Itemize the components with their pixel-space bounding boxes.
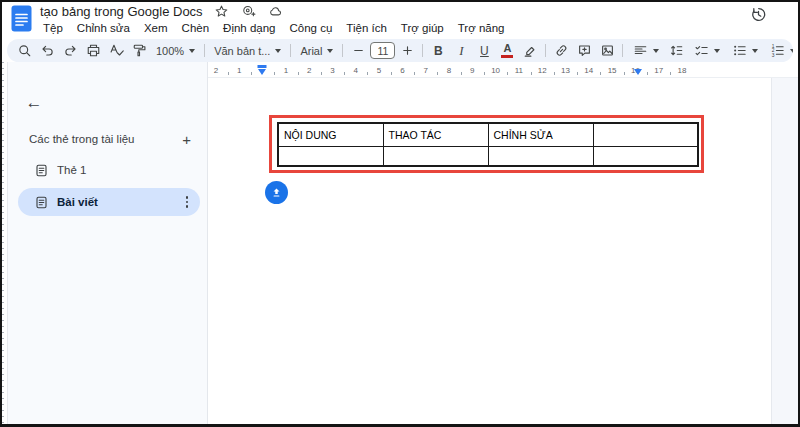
styles-select[interactable]: Văn bản t... [209, 40, 286, 61]
cloud-saved-icon[interactable] [268, 3, 284, 19]
toolbar: 100%Văn bản t...Arial11BIUA123 [7, 39, 793, 62]
ruler-tick [298, 72, 299, 75]
sidebar-tab-item[interactable]: Thẻ 1 [18, 156, 200, 184]
line-spacing-button[interactable] [665, 40, 687, 61]
font-size-increase-icon [400, 43, 415, 58]
spellcheck-icon [109, 43, 124, 58]
ruler-unit-label: 3 [330, 67, 334, 75]
table-cell[interactable] [593, 146, 698, 166]
toolbar-separator [290, 44, 291, 57]
table-body-row [278, 146, 698, 166]
vertical-ruler[interactable] [0, 62, 8, 427]
sidebar-header: Các thẻ trong tài liệu + [29, 130, 193, 148]
main-area: ← Các thẻ trong tài liệu + Thẻ 1Bài viết… [0, 62, 800, 427]
toolbar-separator [342, 44, 343, 57]
ruler-tick [391, 72, 392, 75]
zoom-select[interactable]: 100% [151, 40, 200, 61]
chevron-down-icon [653, 49, 659, 56]
menu-6[interactable]: Công cụ [283, 21, 340, 35]
menu-2[interactable]: Chỉnh sửa [70, 21, 137, 35]
first-line-indent-marker[interactable] [258, 65, 267, 68]
document-title[interactable]: tạo bảng trong Google Docs [40, 4, 203, 19]
document-tab-icon [34, 163, 49, 178]
tab-marker-button[interactable] [265, 181, 288, 204]
tab-options-icon[interactable] [184, 194, 191, 210]
ruler-unit-label: 13 [561, 67, 570, 75]
numbered-list-button[interactable]: 123 [764, 40, 793, 61]
badge-icon[interactable] [241, 3, 257, 19]
align-button[interactable] [627, 40, 664, 61]
redo-button[interactable] [59, 40, 81, 61]
table-cell[interactable] [488, 146, 593, 166]
zoom-select-value: 100% [156, 45, 184, 57]
checklist-button[interactable] [688, 40, 725, 61]
top-bar: tạo bảng trong Google Docs TệpChỉnh sửaX… [0, 0, 800, 38]
left-indent-marker[interactable] [258, 69, 266, 79]
menu-3[interactable]: Xem [137, 21, 175, 35]
bulleted-list-button[interactable] [726, 40, 763, 61]
menu-9[interactable]: Trợ năng [451, 21, 512, 35]
ruler-unit-label: 12 [538, 67, 547, 75]
tabs-sidebar: ← Các thẻ trong tài liệu + Thẻ 1Bài viết [9, 62, 207, 427]
menu-1[interactable]: Tệp [36, 21, 70, 35]
font-select[interactable]: Arial [295, 40, 338, 61]
undo-button[interactable] [36, 40, 58, 61]
checklist-icon [693, 40, 709, 61]
toolbar-separator [422, 44, 423, 57]
search-button[interactable] [13, 40, 35, 61]
highlight-color-icon [523, 43, 538, 58]
horizontal-ruler[interactable]: 21123456789101112131415161718 [208, 62, 800, 78]
table-header-cell[interactable] [593, 123, 698, 146]
numbered-list-icon: 123 [769, 40, 785, 61]
table-header-cell[interactable]: THAO TÁC [383, 123, 488, 146]
insert-image-button[interactable] [596, 40, 618, 61]
paint-format-icon [132, 43, 147, 58]
table-header-cell[interactable]: NỘI DUNG [278, 123, 383, 146]
ruler-unit-label: 7 [423, 67, 427, 75]
print-button[interactable] [82, 40, 104, 61]
chevron-down-icon [714, 49, 720, 56]
bulleted-list-icon [731, 40, 747, 61]
version-history-icon[interactable] [747, 3, 769, 25]
table-header-row: NỘI DUNGTHAO TÁCCHỈNH SỬA [278, 123, 698, 146]
bold-button[interactable]: B [427, 40, 449, 61]
ruler-unit-label: 11 [515, 67, 523, 75]
insert-link-button[interactable] [550, 40, 572, 61]
text-color-button[interactable]: A [496, 40, 518, 61]
menu-5[interactable]: Định dạng [216, 21, 282, 35]
highlight-color-button[interactable] [519, 40, 541, 61]
right-indent-marker[interactable] [634, 69, 642, 79]
menu-8[interactable]: Trợ giúp [394, 21, 451, 35]
paint-format-button[interactable] [128, 40, 150, 61]
sidebar-header-label: Các thẻ trong tài liệu [29, 133, 134, 145]
sidebar-tab-item[interactable]: Bài viết [18, 188, 200, 216]
document-title-row: tạo bảng trong Google Docs [40, 2, 284, 20]
font-size-value[interactable]: 11 [370, 42, 395, 59]
ruler-tick [437, 72, 438, 75]
back-arrow-icon[interactable]: ← [21, 90, 47, 116]
ruler-unit-label: 1 [284, 67, 288, 75]
toolbar-separator [545, 44, 546, 57]
ruler-tick [600, 72, 601, 75]
chevron-down-icon [189, 49, 195, 56]
google-docs-logo-icon[interactable] [11, 5, 32, 32]
ruler-tick [647, 72, 648, 75]
font-size-decrease-button[interactable] [347, 40, 369, 61]
document-table[interactable]: NỘI DUNGTHAO TÁCCHỈNH SỬA [277, 122, 699, 167]
add-comment-button[interactable] [573, 40, 595, 61]
table-cell[interactable] [278, 146, 383, 166]
menu-7[interactable]: Tiện ích [339, 21, 393, 35]
table-header-cell[interactable]: CHỈNH SỬA [488, 123, 593, 146]
star-icon[interactable] [214, 3, 230, 19]
italic-button[interactable]: I [450, 40, 472, 61]
font-size-increase-button[interactable] [396, 40, 418, 61]
add-tab-button[interactable]: + [180, 132, 193, 147]
add-comment-icon [577, 43, 592, 58]
spellcheck-button[interactable] [105, 40, 127, 61]
underline-button[interactable]: U [473, 40, 495, 61]
right-gutter [771, 78, 800, 427]
table-cell[interactable] [383, 146, 488, 166]
italic-icon: I [459, 44, 463, 57]
menu-4[interactable]: Chèn [175, 21, 217, 35]
document-tab-icon [34, 195, 49, 210]
